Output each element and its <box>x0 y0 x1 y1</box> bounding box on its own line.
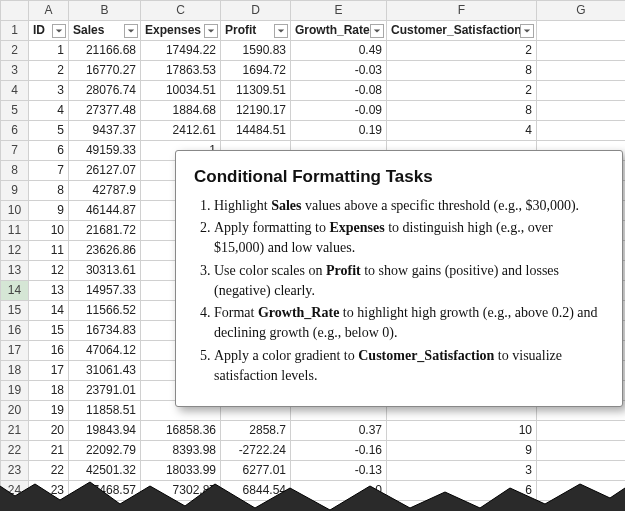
cell-sales[interactable]: 16734.83 <box>69 321 141 341</box>
cell-growth-rate[interactable]: -0.09 <box>291 101 387 121</box>
col-letter-D[interactable]: D <box>221 1 291 21</box>
cell-sales[interactable]: 42787.9 <box>69 181 141 201</box>
cell-expenses[interactable]: 1884.68 <box>141 101 221 121</box>
cell-id[interactable]: 13 <box>29 281 69 301</box>
cell-expenses[interactable]: 16858.36 <box>141 421 221 441</box>
cell-growth-rate[interactable]: -0.16 <box>291 441 387 461</box>
cell-id[interactable]: 6 <box>29 141 69 161</box>
cell-empty[interactable] <box>537 441 626 461</box>
row-number[interactable]: 1 <box>1 21 29 41</box>
cell-sales[interactable]: 31061.43 <box>69 361 141 381</box>
header-id[interactable]: ID <box>29 21 69 41</box>
cell-id[interactable]: 22 <box>29 461 69 481</box>
filter-dropdown-icon[interactable] <box>274 24 288 38</box>
header-customer_satisfaction[interactable]: Customer_Satisfaction <box>387 21 537 41</box>
cell-growth-rate[interactable]: -0.13 <box>291 461 387 481</box>
cell-sales[interactable]: 16770.27 <box>69 61 141 81</box>
header-profit[interactable]: Profit <box>221 21 291 41</box>
cell-sales[interactable]: 30313.61 <box>69 261 141 281</box>
row-number[interactable]: 12 <box>1 241 29 261</box>
select-all-corner[interactable] <box>1 1 29 21</box>
cell-customer-satisfaction[interactable]: 9 <box>387 441 537 461</box>
cell-empty[interactable] <box>537 61 626 81</box>
cell-sales[interactable]: 11566.52 <box>69 301 141 321</box>
cell-sales[interactable]: 23626.86 <box>69 241 141 261</box>
row-number[interactable]: 7 <box>1 141 29 161</box>
cell-id[interactable]: 12 <box>29 261 69 281</box>
row-number[interactable]: 4 <box>1 81 29 101</box>
cell-growth-rate[interactable]: 0.19 <box>291 121 387 141</box>
cell-empty[interactable] <box>537 21 626 41</box>
cell-growth-rate[interactable]: 0.49 <box>291 41 387 61</box>
cell-id[interactable]: 15 <box>29 321 69 341</box>
cell-empty[interactable] <box>537 81 626 101</box>
cell-id[interactable]: 17 <box>29 361 69 381</box>
cell-id[interactable]: 4 <box>29 101 69 121</box>
cell-customer-satisfaction[interactable]: 6 <box>387 481 537 501</box>
row-number[interactable]: 5 <box>1 101 29 121</box>
header-growth_rate[interactable]: Growth_Rate <box>291 21 387 41</box>
cell-id[interactable]: 5 <box>29 121 69 141</box>
row-number[interactable]: 3 <box>1 61 29 81</box>
cell-empty[interactable] <box>537 121 626 141</box>
cell-sales[interactable]: 46144.87 <box>69 201 141 221</box>
cell-customer-satisfaction[interactable]: 8 <box>387 101 537 121</box>
cell-id[interactable]: 21 <box>29 441 69 461</box>
row-number[interactable]: 14 <box>1 281 29 301</box>
cell-expenses[interactable]: 17863.53 <box>141 61 221 81</box>
cell-sales[interactable]: 9437.37 <box>69 121 141 141</box>
row-number[interactable]: 24 <box>1 481 29 501</box>
cell-profit[interactable]: 12190.17 <box>221 101 291 121</box>
cell-profit[interactable]: 14484.51 <box>221 121 291 141</box>
cell-id[interactable]: 18 <box>29 381 69 401</box>
cell-sales[interactable]: 21166.68 <box>69 41 141 61</box>
cell-id[interactable]: 8 <box>29 181 69 201</box>
col-letter-B[interactable]: B <box>69 1 141 21</box>
row-number[interactable]: 16 <box>1 321 29 341</box>
cell-customer-satisfaction[interactable]: 10 <box>387 421 537 441</box>
cell-expenses[interactable]: 8393.98 <box>141 441 221 461</box>
filter-dropdown-icon[interactable] <box>204 24 218 38</box>
cell-sales[interactable]: 26127.07 <box>69 161 141 181</box>
row-number[interactable]: 22 <box>1 441 29 461</box>
row-number[interactable]: 21 <box>1 421 29 441</box>
cell-expenses[interactable]: 7302.87 <box>141 481 221 501</box>
cell-customer-satisfaction[interactable]: 4 <box>387 121 537 141</box>
cell-sales[interactable]: 28076.74 <box>69 81 141 101</box>
cell-id[interactable]: 16 <box>29 341 69 361</box>
cell-id[interactable]: 14 <box>29 301 69 321</box>
cell-sales[interactable]: 19843.94 <box>69 421 141 441</box>
row-number[interactable]: 15 <box>1 301 29 321</box>
cell-customer-satisfaction[interactable]: 3 <box>387 461 537 481</box>
row-number[interactable]: 10 <box>1 201 29 221</box>
cell-id[interactable]: 19 <box>29 401 69 421</box>
cell-growth-rate[interactable]: 0 <box>291 481 387 501</box>
row-number[interactable]: 23 <box>1 461 29 481</box>
cell-sales[interactable]: 47064.12 <box>69 341 141 361</box>
cell-sales[interactable]: 21681.72 <box>69 221 141 241</box>
col-letter-A[interactable]: A <box>29 1 69 21</box>
row-number[interactable]: 11 <box>1 221 29 241</box>
cell-id[interactable]: 1 <box>29 41 69 61</box>
cell-sales[interactable]: 27377.48 <box>69 101 141 121</box>
cell-id[interactable]: 2 <box>29 61 69 81</box>
cell-expenses[interactable]: 18033.99 <box>141 461 221 481</box>
filter-dropdown-icon[interactable] <box>520 24 534 38</box>
cell-sales[interactable]: 49159.33 <box>69 141 141 161</box>
row-number[interactable]: 2 <box>1 41 29 61</box>
cell-profit[interactable]: 1590.83 <box>221 41 291 61</box>
cell-growth-rate[interactable]: -0.03 <box>291 61 387 81</box>
cell-id[interactable]: 20 <box>29 421 69 441</box>
filter-dropdown-icon[interactable] <box>52 24 66 38</box>
cell-profit[interactable]: 2858.7 <box>221 421 291 441</box>
cell-expenses[interactable]: 2412.61 <box>141 121 221 141</box>
cell-sales[interactable]: 42501.32 <box>69 461 141 481</box>
col-letter-G[interactable]: G <box>537 1 626 21</box>
row-number[interactable]: 17 <box>1 341 29 361</box>
cell-empty[interactable] <box>537 421 626 441</box>
cell-profit[interactable]: 1694.72 <box>221 61 291 81</box>
filter-dropdown-icon[interactable] <box>124 24 138 38</box>
cell-customer-satisfaction[interactable]: 2 <box>387 81 537 101</box>
row-number[interactable]: 6 <box>1 121 29 141</box>
row-number[interactable]: 18 <box>1 361 29 381</box>
